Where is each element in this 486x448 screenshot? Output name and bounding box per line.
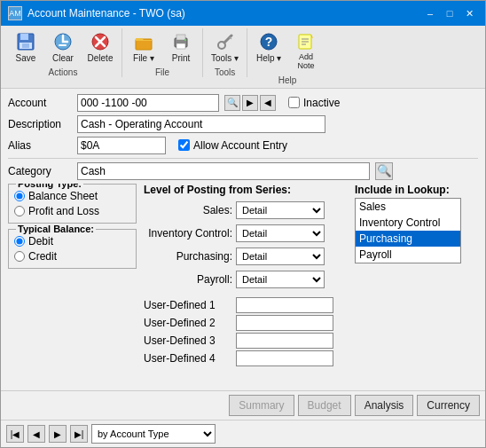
analysis-button[interactable]: Analysis <box>355 395 414 416</box>
account-label: Account <box>8 97 72 109</box>
nav-prev-button[interactable]: ◀ <box>27 425 45 443</box>
account-row: Account 🔍 ▶ ◀ Inactive <box>8 94 478 112</box>
profit-loss-option[interactable]: Profit and Loss <box>14 205 130 217</box>
save-label: Save <box>16 53 36 63</box>
bottom-bar: Summary Budget Analysis Currency <box>1 390 485 420</box>
nav-first-button[interactable]: |◀ <box>6 425 24 443</box>
ud-label-3: User-Defined 3 <box>144 334 232 347</box>
print-button[interactable]: Print <box>163 28 199 66</box>
debit-option[interactable]: Debit <box>14 235 130 248</box>
credit-radio[interactable] <box>14 251 25 262</box>
description-input[interactable] <box>77 115 325 133</box>
account-nav-left-button[interactable]: ◀ <box>260 95 276 111</box>
file-group-label: File <box>155 67 169 77</box>
clear-button[interactable]: Clear <box>45 28 81 66</box>
category-input[interactable] <box>77 162 370 180</box>
summary-button[interactable]: Summary <box>229 395 294 416</box>
help-label: Help ▾ <box>256 53 281 63</box>
debit-label: Debit <box>28 235 53 248</box>
balance-sheet-radio[interactable] <box>14 191 25 201</box>
ud-input-4[interactable] <box>236 350 333 366</box>
tools-button[interactable]: Tools ▾ <box>207 28 243 66</box>
sales-posting-select[interactable]: Detail Summary <box>236 201 325 219</box>
help-buttons: ? Help ▾ AddNot <box>251 28 324 74</box>
typical-balance-title: Typical Balance: <box>16 224 96 234</box>
help-button[interactable]: ? Help ▾ <box>251 28 286 74</box>
credit-option[interactable]: Credit <box>14 250 130 263</box>
right-panel: Include in Lookup: Sales Inventory Contr… <box>355 184 478 385</box>
tools-icon <box>215 31 236 52</box>
print-label: Print <box>172 53 191 63</box>
category-label: Category <box>8 165 72 177</box>
profit-loss-radio[interactable] <box>14 206 25 216</box>
lookup-item-payroll[interactable]: Payroll <box>356 247 460 263</box>
account-input[interactable] <box>77 94 219 112</box>
budget-button[interactable]: Budget <box>298 395 351 416</box>
close-button[interactable]: ✕ <box>460 5 478 21</box>
left-panels: Posting Type: Balance Sheet Profit and L… <box>8 184 137 385</box>
tools-label: Tools ▾ <box>211 53 239 63</box>
inactive-checkbox[interactable] <box>288 97 300 108</box>
payroll-posting-row: Payroll: Detail Summary <box>144 271 348 288</box>
delete-label: Delete <box>88 53 114 63</box>
actions-group-label: Actions <box>49 67 78 77</box>
inactive-label: Inactive <box>303 97 340 109</box>
category-search-button[interactable]: 🔍 <box>375 162 393 180</box>
main-window: AM Account Maintenance - TWO (sa) – □ ✕ <box>0 0 486 448</box>
svg-rect-1 <box>20 34 28 40</box>
tools-group-label: Tools <box>215 67 235 77</box>
currency-button[interactable]: Currency <box>417 395 480 416</box>
ud-input-2[interactable] <box>236 315 333 331</box>
purchasing-posting-select[interactable]: Detail Summary <box>236 248 325 265</box>
inventory-posting-select[interactable]: Detail Summary <box>236 224 325 242</box>
lookup-item-inventory[interactable]: Inventory Control <box>356 215 460 231</box>
nav-last-button[interactable]: ▶| <box>70 425 88 443</box>
title-bar-left: AM Account Maintenance - TWO (sa) <box>8 6 185 20</box>
file-label: File ▾ <box>133 53 154 63</box>
help-icon: ? <box>258 31 279 52</box>
balance-sheet-option[interactable]: Balance Sheet <box>14 190 130 202</box>
add-note-button[interactable]: AddNote <box>288 28 324 74</box>
file-button[interactable]: File ▾ <box>126 28 161 66</box>
ud-row-2: User-Defined 2 <box>144 315 348 331</box>
posting-type-group: Posting Type: Balance Sheet Profit and L… <box>8 184 137 224</box>
posting-title: Level of Posting from Series: <box>144 184 348 196</box>
credit-label: Credit <box>28 250 57 263</box>
ud-input-1[interactable] <box>236 297 333 313</box>
save-button[interactable]: Save <box>8 28 43 66</box>
title-bar: AM Account Maintenance - TWO (sa) – □ ✕ <box>1 1 485 26</box>
purchasing-posting-row: Purchasing: Detail Summary <box>144 248 348 265</box>
sales-posting-label: Sales: <box>144 204 232 216</box>
alias-row: Alias Allow Account Entry <box>8 137 478 154</box>
maximize-button[interactable]: □ <box>441 5 459 21</box>
print-icon <box>170 31 192 52</box>
payroll-posting-select[interactable]: Detail Summary <box>236 271 325 288</box>
debit-radio[interactable] <box>14 236 25 247</box>
lookup-item-sales[interactable]: Sales <box>356 199 460 215</box>
alias-input[interactable] <box>77 137 166 154</box>
ud-label-4: User-Defined 4 <box>144 352 232 365</box>
add-note-icon <box>295 31 317 52</box>
allow-account-label: Allow Account Entry <box>193 139 287 152</box>
lookup-item-purchasing[interactable]: Purchasing <box>356 231 460 247</box>
category-row: Category 🔍 <box>8 158 478 180</box>
sales-posting-row: Sales: Detail Summary <box>144 201 348 219</box>
nav-next-button[interactable]: ▶ <box>49 425 67 443</box>
ud-row-3: User-Defined 3 <box>144 333 348 349</box>
allow-account-checkbox[interactable] <box>178 139 190 151</box>
account-search-button[interactable]: 🔍 <box>224 95 240 111</box>
tools-buttons: Tools ▾ <box>207 28 243 66</box>
allow-account-section: Allow Account Entry <box>178 139 287 152</box>
toolbar: Save Clear <box>1 26 485 89</box>
content-area: Account 🔍 ▶ ◀ Inactive Description Alias… <box>1 89 485 390</box>
account-nav-right-button[interactable]: ▶ <box>242 95 258 111</box>
nav-sort-select[interactable]: by Account Type by Account Number <box>91 424 216 444</box>
ud-input-3[interactable] <box>236 333 333 349</box>
minimize-button[interactable]: – <box>421 5 439 21</box>
svg-rect-11 <box>176 43 185 49</box>
user-defined-section: User-Defined 1 User-Defined 2 User-Defin… <box>144 297 348 366</box>
profit-loss-label: Profit and Loss <box>28 205 99 217</box>
typical-balance-options: Debit Credit <box>14 235 130 263</box>
svg-line-14 <box>224 35 231 43</box>
delete-button[interactable]: Delete <box>82 28 118 66</box>
